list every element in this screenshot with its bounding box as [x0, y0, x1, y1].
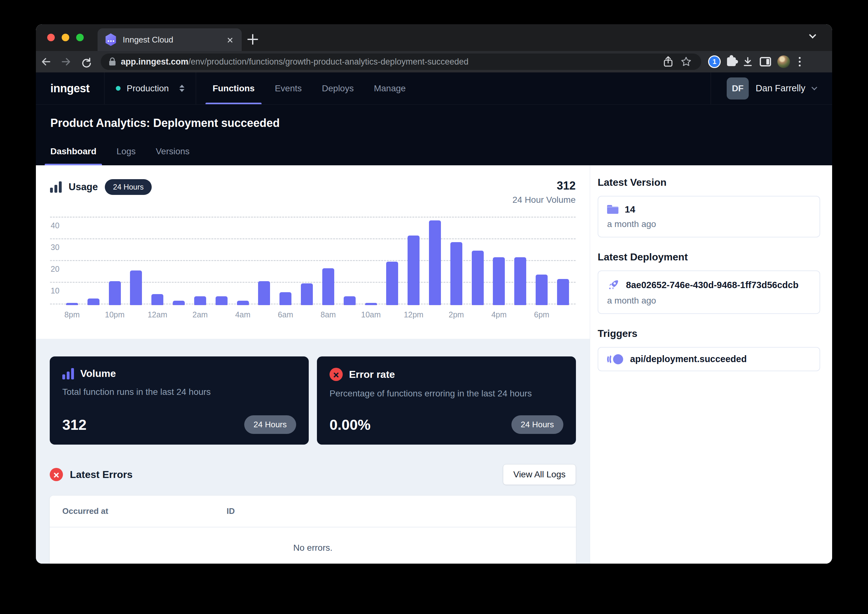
close-tab-icon[interactable] — [226, 36, 234, 44]
user-menu-chevron-icon — [811, 84, 817, 90]
latest-deployment-id: 8ae02652-746e-430d-9468-1ff73d56cdcb — [626, 280, 798, 290]
usage-chart: 102030408pm10pm12am2am4am6am8am10am12pm2… — [50, 218, 576, 325]
browser-toolbar: app.inngest.com/env/production/functions… — [36, 51, 832, 72]
app-nav-tabs: Functions Events Deploys Manage — [196, 72, 406, 104]
usage-bar[interactable] — [429, 221, 441, 305]
usage-bar[interactable] — [450, 242, 462, 305]
nav-tab-functions[interactable]: Functions — [212, 72, 254, 104]
usage-bar[interactable] — [557, 279, 569, 305]
y-axis-label: 40 — [51, 221, 59, 230]
usage-bar[interactable] — [301, 283, 313, 305]
bar-slot — [168, 218, 189, 305]
usage-bar[interactable] — [109, 281, 121, 305]
usage-bar[interactable] — [386, 262, 398, 305]
tab-search-chevron-icon[interactable] — [809, 31, 816, 39]
latest-version-heading: Latest Version — [598, 177, 820, 188]
new-tab-button[interactable] — [247, 34, 258, 45]
minimize-window-button[interactable] — [62, 34, 69, 41]
usage-title: Usage — [68, 181, 98, 193]
bar-slot — [510, 218, 531, 305]
tab-dashboard[interactable]: Dashboard — [50, 146, 96, 165]
usage-bar[interactable] — [151, 294, 163, 305]
usage-bar[interactable] — [536, 275, 548, 305]
errors-table-header: Occurred at ID — [50, 496, 576, 527]
usage-bar[interactable] — [173, 301, 185, 305]
user-menu[interactable]: DF Dan Farrelly — [711, 72, 832, 104]
trigger-card[interactable]: api/deployment.succeeded — [598, 347, 820, 371]
bar-slot — [552, 218, 574, 305]
error-rate-card: Error rate Percentage of functions error… — [317, 356, 576, 445]
inngest-logo[interactable]: inngest — [36, 72, 104, 104]
nav-tab-deploys[interactable]: Deploys — [322, 72, 354, 104]
latest-version-card[interactable]: 14 a month ago — [598, 196, 820, 238]
event-trigger-icon — [607, 354, 623, 364]
x-axis-label: 2pm — [448, 310, 464, 319]
latest-errors-title: Latest Errors — [70, 469, 132, 480]
errors-empty-message: No errors. — [50, 527, 576, 564]
url-text: app.inngest.com/env/production/functions… — [121, 57, 663, 67]
latest-deployment-card[interactable]: 8ae02652-746e-430d-9468-1ff73d56cdcb a m… — [598, 270, 820, 314]
usage-bar[interactable] — [344, 296, 356, 305]
x-axis-label: 12pm — [404, 310, 424, 319]
view-all-logs-button[interactable]: View All Logs — [503, 464, 576, 485]
rocket-icon — [607, 279, 620, 291]
user-name: Dan Farrelly — [756, 83, 805, 93]
reload-button[interactable] — [76, 53, 96, 70]
usage-bar[interactable] — [514, 257, 526, 305]
downloads-icon[interactable] — [742, 56, 753, 67]
y-axis-label: 30 — [51, 243, 59, 252]
usage-bar[interactable] — [322, 268, 334, 305]
triggers-heading: Triggers — [598, 328, 820, 339]
usage-bar[interactable] — [365, 303, 377, 305]
usage-bar[interactable] — [215, 296, 228, 305]
address-bar[interactable]: app.inngest.com/env/production/functions… — [101, 53, 701, 70]
bar-slot: 8pm — [61, 218, 83, 305]
password-manager-extension-icon[interactable]: 1 — [708, 55, 721, 68]
bar-slot: 4am — [232, 218, 254, 305]
nav-tab-events[interactable]: Events — [275, 72, 302, 104]
usage-bar[interactable] — [66, 303, 78, 305]
environment-selector[interactable]: Production — [104, 72, 196, 104]
tab-logs[interactable]: Logs — [116, 146, 136, 165]
usage-bar[interactable] — [237, 301, 249, 305]
x-axis-label: 4am — [235, 310, 251, 319]
back-button[interactable] — [36, 53, 56, 70]
usage-bar[interactable] — [408, 236, 420, 305]
share-icon[interactable] — [663, 56, 674, 67]
zoom-window-button[interactable] — [76, 34, 84, 41]
browser-tab[interactable]: Inngest Cloud — [98, 28, 242, 51]
usage-bar[interactable] — [130, 270, 142, 305]
trigger-event-name: api/deployment.succeeded — [630, 354, 747, 364]
x-axis-label: 6pm — [534, 310, 550, 319]
latest-version-value: 14 — [625, 204, 635, 215]
y-axis-label: 10 — [51, 286, 59, 295]
browser-tabstrip: Inngest Cloud — [36, 24, 832, 51]
browser-menu-icon[interactable] — [796, 57, 803, 67]
forward-button[interactable] — [56, 53, 76, 70]
usage-bar[interactable] — [194, 296, 206, 305]
bar-slot — [211, 218, 232, 305]
usage-bar[interactable] — [258, 281, 270, 305]
usage-chart-icon — [50, 181, 62, 193]
usage-bar[interactable] — [87, 298, 99, 305]
browser-window: Inngest Cloud app.inngest.com/env/produc… — [36, 24, 832, 564]
extensions-puzzle-icon[interactable] — [727, 57, 736, 66]
usage-bar[interactable] — [472, 251, 484, 305]
environment-name: Production — [127, 84, 169, 93]
x-axis-label: 10am — [361, 310, 381, 319]
close-window-button[interactable] — [47, 34, 55, 41]
x-axis-label: 6am — [278, 310, 293, 319]
usage-bar[interactable] — [493, 257, 505, 305]
latest-errors-header: Latest Errors View All Logs — [50, 464, 576, 485]
bookmark-star-icon[interactable] — [680, 56, 692, 67]
side-panel-icon[interactable] — [760, 57, 771, 67]
nav-tab-manage[interactable]: Manage — [374, 72, 406, 104]
usage-header: Usage 24 Hours 312 24 Hour Volume — [50, 179, 576, 205]
tab-versions[interactable]: Versions — [156, 146, 189, 165]
latest-deployment-heading: Latest Deployment — [598, 251, 820, 263]
usage-bar[interactable] — [279, 292, 291, 305]
browser-profile-avatar[interactable] — [777, 55, 790, 68]
usage-range-badge[interactable]: 24 Hours — [105, 179, 152, 195]
x-axis-label: 8am — [321, 310, 336, 319]
bar-slot: 4pm — [488, 218, 510, 305]
